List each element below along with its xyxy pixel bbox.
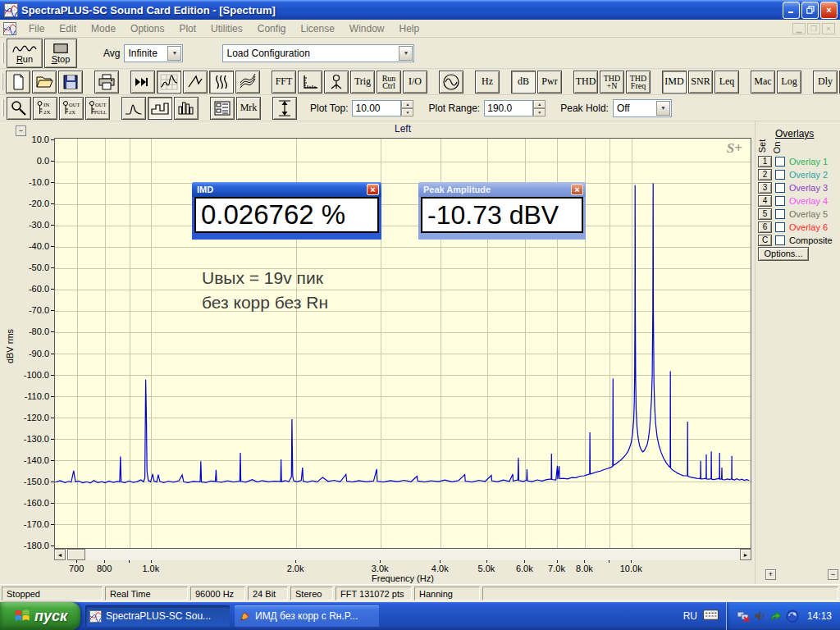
thd-freq-button[interactable]: THD Freq: [626, 71, 651, 94]
overlay-on-checkbox-3[interactable]: [775, 183, 785, 193]
snr-button[interactable]: SNR: [688, 71, 713, 94]
close-icon[interactable]: ×: [367, 184, 379, 195]
line-plot-style-button[interactable]: [121, 97, 146, 120]
overlay-on-checkbox-2[interactable]: [775, 170, 785, 180]
macro-button[interactable]: Mac: [751, 71, 775, 94]
units-db-button[interactable]: dB: [511, 71, 536, 94]
menu-utilities[interactable]: Utilities: [203, 21, 250, 37]
imd-button[interactable]: IMD: [662, 71, 687, 94]
logging-button[interactable]: Log: [777, 71, 801, 94]
display-options-button[interactable]: [210, 97, 235, 120]
overlay-set-button-2[interactable]: 2: [758, 169, 772, 180]
plot-range-spinner[interactable]: ▲▼: [533, 100, 546, 116]
taskbar-task-0[interactable]: SpectraPLUS-SC Sou...: [85, 605, 230, 627]
toolbar-grip[interactable]: [2, 99, 4, 117]
zoom-out-minus-button[interactable]: −: [828, 569, 838, 580]
horizontal-scrollbar[interactable]: ◄ ►: [54, 549, 751, 560]
overlay-options-button[interactable]: Options...: [758, 247, 809, 261]
document-icon[interactable]: [3, 22, 16, 35]
overlay-on-checkbox-1[interactable]: [775, 157, 785, 167]
new-file-button[interactable]: [6, 71, 30, 94]
spectrum-plot-canvas[interactable]: S+: [54, 138, 751, 549]
bar-plot-style-button[interactable]: [174, 97, 199, 120]
overlay-set-button-3[interactable]: 3: [758, 182, 772, 194]
menu-license[interactable]: License: [293, 21, 341, 37]
scroll-left-icon[interactable]: ◄: [54, 549, 66, 560]
menu-options[interactable]: Options: [123, 21, 171, 37]
overlay-on-checkbox-6[interactable]: [775, 222, 785, 232]
menu-file[interactable]: File: [21, 21, 52, 37]
start-button[interactable]: пуск: [0, 602, 80, 630]
peak-hold-combo[interactable]: Off ▼: [613, 99, 672, 117]
minimize-button[interactable]: [783, 2, 800, 19]
taskbar-task-1[interactable]: ИМД без корр с Rн.P...: [235, 605, 379, 627]
overlay-set-button-5[interactable]: 5: [758, 208, 772, 220]
zoom-button[interactable]: [7, 97, 31, 120]
network-disconnected-icon[interactable]: [737, 609, 750, 623]
overlay-set-button-1[interactable]: 1: [758, 156, 772, 167]
step-plot-style-button[interactable]: [148, 97, 172, 120]
surface-plot-button[interactable]: [235, 71, 260, 94]
overlay-set-button-4[interactable]: 4: [758, 195, 772, 207]
units-hz-button[interactable]: Hz: [475, 71, 500, 94]
io-device-button[interactable]: I/O: [403, 71, 427, 94]
stop-button[interactable]: Stop: [44, 39, 77, 68]
plot-top-spinner[interactable]: ▲▼: [401, 100, 413, 116]
mdi-minimize-button[interactable]: ▁: [792, 23, 806, 34]
save-file-button[interactable]: [58, 71, 83, 94]
load-configuration-combo[interactable]: Load Configuration ▼: [222, 44, 414, 62]
menu-mode[interactable]: Mode: [84, 21, 123, 37]
calibration-button[interactable]: [324, 71, 349, 94]
peak-window-titlebar[interactable]: Peak Amplitude ×: [418, 182, 586, 197]
mdi-close-button[interactable]: ×: [822, 23, 835, 34]
leq-button[interactable]: Leq: [714, 71, 739, 94]
markers-button[interactable]: Mrk: [236, 97, 261, 120]
print-button[interactable]: [94, 71, 119, 94]
zoom-out-full-button[interactable]: OUTFULL: [85, 97, 110, 120]
close-button[interactable]: ×: [820, 2, 838, 19]
thd-button[interactable]: THD: [573, 71, 598, 94]
antivirus-icon[interactable]: [786, 609, 799, 623]
menu-help[interactable]: Help: [392, 21, 427, 37]
zoom-in-plus-button[interactable]: +: [765, 569, 776, 580]
scaling-button[interactable]: [298, 71, 322, 94]
zoom-out-2x-button[interactable]: OUT2X: [59, 97, 84, 120]
open-file-button[interactable]: [32, 71, 57, 94]
mdi-restore-button[interactable]: ❐: [807, 23, 820, 34]
overlay-on-checkbox-5[interactable]: [775, 209, 785, 219]
close-icon[interactable]: ×: [571, 184, 583, 195]
overlay-set-button-c[interactable]: C: [758, 235, 772, 246]
overlay-on-checkbox-c[interactable]: [775, 235, 785, 245]
run-button[interactable]: Run: [7, 39, 43, 68]
fft-settings-button[interactable]: FFT: [272, 71, 296, 94]
scrollbar-thumb[interactable]: [67, 549, 85, 560]
trigger-button[interactable]: Trig: [350, 71, 375, 94]
fast-forward-button[interactable]: [130, 71, 155, 94]
language-indicator[interactable]: RU: [683, 610, 697, 622]
vertical-range-button[interactable]: [272, 97, 297, 120]
avg-combo[interactable]: Infinite ▼: [124, 44, 183, 62]
menu-config[interactable]: Config: [250, 21, 294, 37]
volume-icon[interactable]: [753, 609, 766, 623]
toolbar-grip[interactable]: [2, 43, 4, 64]
imd-window-titlebar[interactable]: IMD ×: [192, 182, 381, 197]
thd-n-button[interactable]: THD +N: [600, 71, 624, 94]
keyboard-icon[interactable]: [703, 609, 716, 623]
overlay-on-checkbox-4[interactable]: [775, 196, 785, 206]
menu-window[interactable]: Window: [342, 21, 392, 37]
menu-plot[interactable]: Plot: [171, 21, 203, 37]
run-control-button[interactable]: Run Ctrl: [377, 71, 401, 94]
scroll-right-icon[interactable]: ►: [740, 549, 751, 560]
overlay-set-button-6[interactable]: 6: [758, 221, 772, 233]
delay-button[interactable]: Dly: [813, 71, 838, 94]
units-pwr-button[interactable]: Pwr: [537, 71, 562, 94]
spectrum-plot-button[interactable]: [157, 71, 181, 94]
spectrogram-plot-button[interactable]: [209, 71, 234, 94]
time-series-plot-button[interactable]: [183, 71, 208, 94]
toolbar-grip[interactable]: [2, 73, 3, 91]
menu-edit[interactable]: Edit: [52, 21, 84, 37]
zoom-in-2x-button[interactable]: IN2X: [33, 97, 57, 120]
restore-button[interactable]: [801, 2, 819, 19]
update-icon[interactable]: [769, 609, 783, 623]
signal-generator-button[interactable]: [439, 71, 463, 94]
